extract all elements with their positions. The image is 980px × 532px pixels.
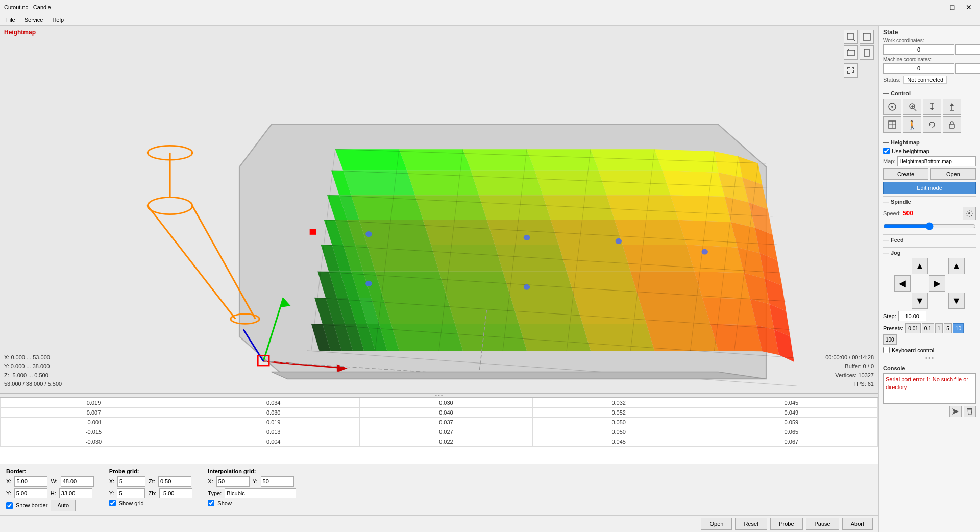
spindle-title: — Spindle (883, 199, 976, 205)
interp-type-input[interactable] (225, 488, 296, 498)
reset-button[interactable]: Reset (735, 518, 767, 530)
table-cell: 0.045 (705, 398, 877, 408)
probe-zt-input[interactable] (158, 476, 191, 487)
preset-001-button[interactable]: 0.01 (905, 323, 920, 333)
preset-10-button[interactable]: 10 (953, 323, 964, 333)
use-heightmap-checkbox[interactable] (883, 148, 890, 154)
probe-button[interactable]: Probe (770, 518, 802, 530)
table-cell: 0.027 (360, 427, 532, 437)
auto-button[interactable]: Auto (51, 500, 76, 511)
border-h-input[interactable] (59, 488, 92, 498)
origin-button[interactable] (883, 116, 901, 133)
close-button[interactable]: ✕ (962, 2, 976, 13)
send-console-button[interactable] (949, 406, 962, 417)
svg-marker-84 (702, 298, 756, 325)
preset-01-button[interactable]: 0.1 (922, 323, 934, 333)
machine-y-input[interactable] (955, 63, 980, 74)
preset-100-button[interactable]: 100 (883, 334, 897, 345)
clear-console-button[interactable] (964, 406, 976, 417)
view-front-button[interactable] (844, 45, 858, 60)
viewport[interactable]: Heightmap (0, 26, 878, 393)
view-3d-button[interactable] (844, 30, 858, 44)
menu-file[interactable]: File (2, 16, 19, 24)
jog-up-button[interactable]: ▲ (912, 258, 928, 274)
table-cell: -0.015 (1, 427, 187, 437)
time-info: 00:00:00 / 00:14:28 Buffer: 0 / 0 Vertic… (825, 353, 874, 389)
create-button[interactable]: Create (883, 168, 928, 180)
step-input[interactable] (898, 311, 926, 321)
probe-z-button[interactable] (923, 99, 941, 115)
state-title: State (883, 29, 976, 36)
work-coords-row (883, 44, 976, 55)
show-interp-checkbox[interactable] (208, 500, 214, 506)
table-row: 0.0070.0300.0400.0520.049 (1, 408, 878, 418)
minimize-button[interactable]: — (929, 2, 943, 13)
abort-button[interactable]: Abort (842, 518, 873, 530)
divider5 (883, 247, 976, 248)
probe-y-input[interactable] (117, 488, 145, 498)
probe-xy-button[interactable] (943, 99, 961, 115)
svg-line-134 (148, 206, 235, 319)
table-resize-handle[interactable]: • • • (0, 393, 878, 397)
work-x-input[interactable] (883, 44, 954, 55)
svg-marker-155 (950, 103, 954, 106)
lock-button[interactable] (943, 116, 961, 133)
svg-rect-5 (847, 51, 854, 56)
svg-marker-10 (335, 149, 407, 171)
control-section: — Control 🚶 (883, 90, 976, 135)
jog-z-up-button[interactable]: ▲ (948, 258, 965, 274)
table-cell: 0.037 (360, 418, 532, 427)
svg-marker-32 (543, 195, 615, 220)
table-row: -0.0010.0190.0370.0500.059 (1, 418, 878, 427)
open-map-button[interactable]: Open (930, 168, 976, 180)
menu-service[interactable]: Service (20, 16, 47, 24)
probe-x-input[interactable] (117, 476, 145, 487)
preset-5-button[interactable]: 5 (944, 323, 952, 333)
interpolation-grid-settings: Interpolation grid: X: Y: Type: Show (208, 468, 296, 506)
svg-marker-141 (272, 372, 766, 379)
preset-1-button[interactable]: 1 (935, 323, 943, 333)
svg-marker-66 (439, 272, 511, 298)
show-border-checkbox[interactable] (6, 502, 13, 509)
probe-zb-input[interactable] (159, 488, 192, 498)
work-y-input[interactable] (955, 44, 980, 55)
jog-left-button[interactable]: ◀ (894, 275, 911, 292)
spindle-slider[interactable] (883, 222, 976, 230)
jog-right-button[interactable]: ▶ (929, 275, 945, 292)
show-grid-checkbox[interactable] (109, 500, 116, 506)
border-y-input[interactable] (14, 488, 47, 498)
interp-x-input[interactable] (216, 476, 250, 487)
table-cell: 0.007 (1, 408, 187, 418)
interp-y-input[interactable] (261, 476, 294, 487)
type-label: Type: (208, 490, 222, 496)
reset-ctrl-button[interactable] (923, 116, 941, 133)
maximize-button[interactable]: □ (945, 2, 960, 13)
open-button[interactable]: Open (701, 518, 732, 530)
menu-help[interactable]: Help (48, 16, 68, 24)
spindle-settings-button[interactable] (963, 207, 976, 220)
view-top-button[interactable] (860, 30, 874, 44)
keyboard-checkbox[interactable] (883, 347, 890, 353)
map-input[interactable] (897, 156, 976, 166)
main-layout: Heightmap (0, 26, 980, 532)
machine-x-input[interactable] (883, 63, 954, 74)
feed-title: — Feed (883, 237, 976, 243)
fullscreen-button[interactable] (844, 63, 858, 78)
run-button[interactable]: 🚶 (903, 116, 921, 133)
menubar: File Service Help (0, 14, 980, 26)
table-cell: 0.022 (360, 437, 532, 447)
jog-z-down-button[interactable]: ▼ (948, 293, 965, 309)
border-w-input[interactable] (61, 476, 94, 487)
svg-rect-161 (949, 124, 954, 128)
border-x-input[interactable] (14, 476, 47, 487)
edit-mode-button[interactable]: Edit mode (883, 182, 976, 194)
pause-button[interactable]: Pause (806, 518, 839, 530)
axis-info: X: 0.000 ... 53.000 Y: 0.000 ... 38.000 … (4, 353, 62, 389)
jog-down-button[interactable]: ▼ (912, 293, 928, 309)
table-cell: 0.004 (187, 437, 360, 447)
control-title: — Control (883, 90, 976, 96)
zoom-fit-button[interactable] (903, 99, 921, 115)
home-button[interactable] (883, 99, 901, 115)
view-side-button[interactable] (860, 45, 874, 60)
use-heightmap-row: Use heightmap (883, 148, 976, 154)
